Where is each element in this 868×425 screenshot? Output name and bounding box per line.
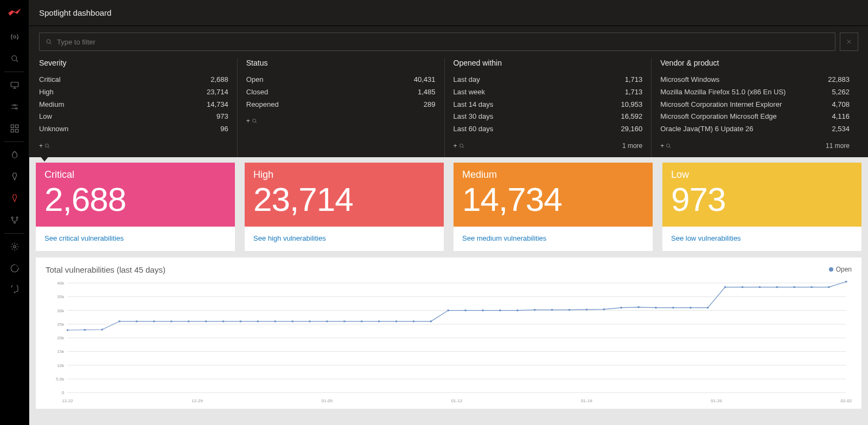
facet-row-value: 4,708 — [832, 99, 850, 111]
card-value: 23,714 — [253, 179, 435, 220]
svg-text:20k: 20k — [57, 336, 65, 340]
svg-text:25k: 25k — [57, 322, 65, 327]
facet-row[interactable]: Microsoft Corporation Microsoft Edge4,11… — [660, 111, 850, 123]
facet-row-label: Low — [39, 111, 52, 123]
facet-row[interactable]: Last 30 days16,592 — [454, 111, 643, 123]
facet-row-value: 1,485 — [418, 86, 436, 99]
svg-point-14 — [47, 40, 50, 43]
svg-rect-81 — [707, 307, 709, 308]
close-icon — [846, 38, 852, 45]
facet-row-label: Last 14 days — [454, 99, 494, 111]
chart-title: Total vulnerabilities (last 45 days) — [46, 265, 165, 274]
facet-add-search[interactable]: + — [660, 142, 672, 150]
svg-rect-83 — [742, 286, 743, 288]
nav-item-activity[interactable] — [0, 26, 29, 48]
facet-row[interactable]: Reopened289 — [246, 99, 436, 111]
svg-rect-56 — [275, 320, 276, 322]
card-link[interactable]: See medium vulnerabilities — [454, 227, 653, 251]
facet-row[interactable]: Low973 — [39, 111, 228, 123]
svg-text:0: 0 — [62, 390, 65, 395]
svg-rect-86 — [794, 286, 795, 288]
svg-point-10 — [16, 217, 18, 218]
svg-text:30k: 30k — [57, 308, 65, 313]
facet-row[interactable]: High23,714 — [39, 86, 228, 99]
svg-point-11 — [14, 222, 15, 223]
nav-item-branch[interactable] — [0, 209, 29, 231]
svg-point-18 — [667, 144, 670, 147]
facet-row[interactable]: Open40,431 — [246, 74, 436, 86]
titlebar: Spotlight dashboard — [29, 0, 868, 26]
nav-item-discover[interactable] — [0, 144, 29, 166]
facet-row-label: Last week — [454, 86, 486, 99]
facet-row[interactable]: Oracle Java(TM) 6 Update 262,534 — [660, 123, 850, 136]
facet-add-search[interactable]: + — [246, 117, 258, 125]
facet-row-label: Medium — [39, 99, 64, 111]
svg-rect-77 — [638, 306, 640, 308]
facet-row[interactable]: Microsoft Windows22,883 — [660, 74, 850, 86]
nav-item-spotlight[interactable] — [0, 188, 29, 209]
facet-row[interactable]: Critical2,688 — [39, 74, 228, 86]
facet-row-value: 40,431 — [414, 74, 436, 86]
svg-rect-73 — [569, 309, 570, 311]
svg-text:01-12: 01-12 — [451, 398, 463, 403]
facet-row[interactable]: Medium14,734 — [39, 99, 228, 111]
facet-row[interactable]: Last 60 days29,160 — [454, 123, 643, 136]
facet-more[interactable]: 1 more — [622, 142, 642, 150]
facet-row[interactable]: Closed1,485 — [246, 86, 436, 99]
facet-row[interactable]: Last 14 days10,953 — [454, 99, 643, 111]
nav-item-dashboards[interactable] — [0, 118, 29, 139]
legend-dot-icon — [829, 267, 833, 272]
facet-title: Severity — [39, 59, 228, 67]
card-link[interactable]: See low vulnerabilities — [662, 227, 861, 251]
card-link[interactable]: See critical vulnerabilities — [36, 227, 235, 251]
svg-rect-60 — [343, 320, 345, 322]
nav-item-falcon[interactable] — [0, 257, 29, 279]
svg-rect-72 — [551, 309, 553, 311]
nav-item-settings[interactable] — [0, 236, 29, 257]
facet-row[interactable]: Unknown96 — [39, 123, 228, 136]
facet-status: StatusOpen40,431Closed1,485Reopened289+ — [237, 59, 444, 157]
svg-point-12 — [13, 246, 16, 248]
card-link[interactable]: See high vulnerabilities — [245, 227, 444, 251]
svg-rect-6 — [15, 125, 18, 127]
filter-input[interactable] — [57, 38, 829, 46]
svg-rect-79 — [672, 307, 674, 308]
svg-rect-85 — [776, 286, 778, 288]
nav-item-support[interactable] — [0, 279, 29, 301]
facet-title: Status — [246, 59, 436, 67]
clear-filter-button[interactable] — [840, 33, 858, 51]
facet-more[interactable]: 11 more — [826, 142, 850, 150]
svg-rect-78 — [655, 307, 656, 308]
svg-point-9 — [11, 217, 13, 218]
svg-rect-61 — [361, 320, 362, 322]
facet-row-value: 2,534 — [832, 123, 850, 136]
facet-row[interactable]: Last day1,713 — [454, 74, 643, 86]
nav-item-investigate[interactable] — [0, 48, 29, 69]
svg-point-17 — [459, 144, 463, 147]
svg-rect-47 — [119, 320, 120, 322]
facet-title: Opened within — [454, 59, 643, 67]
nav-item-intel[interactable] — [0, 166, 29, 188]
severity-card-medium: Medium14,734See medium vulnerabilities — [454, 163, 653, 251]
svg-text:12-22: 12-22 — [62, 398, 73, 403]
facet-row-value: 96 — [220, 123, 228, 136]
search-icon — [44, 143, 50, 149]
severity-card-high: High23,714See high vulnerabilities — [245, 163, 444, 251]
facet-row-value: 4,116 — [832, 111, 850, 123]
facet-row-label: Reopened — [246, 99, 279, 111]
facet-row[interactable]: Last week1,713 — [454, 86, 643, 99]
nav-item-configuration[interactable] — [0, 96, 29, 118]
facet-row-label: Microsoft Windows — [660, 74, 719, 86]
filter-panel: SeverityCritical2,688High23,714Medium14,… — [29, 26, 868, 157]
facet-row[interactable]: Microsoft Corporation Internet Explorer4… — [660, 99, 850, 111]
filter-search[interactable] — [39, 33, 835, 51]
svg-text:35k: 35k — [57, 294, 65, 299]
facet-row-label: Last 60 days — [454, 123, 494, 136]
card-label: High — [253, 169, 435, 181]
facet-add-search[interactable]: + — [39, 142, 50, 150]
facet-add-search[interactable]: + — [454, 142, 465, 150]
card-value: 973 — [671, 179, 853, 220]
nav-item-hosts[interactable] — [0, 74, 29, 96]
facet-row-label: Last 30 days — [454, 111, 494, 123]
facet-row[interactable]: Mozilla Mozilla Firefox 51.0 (x86 En US)… — [660, 86, 850, 99]
